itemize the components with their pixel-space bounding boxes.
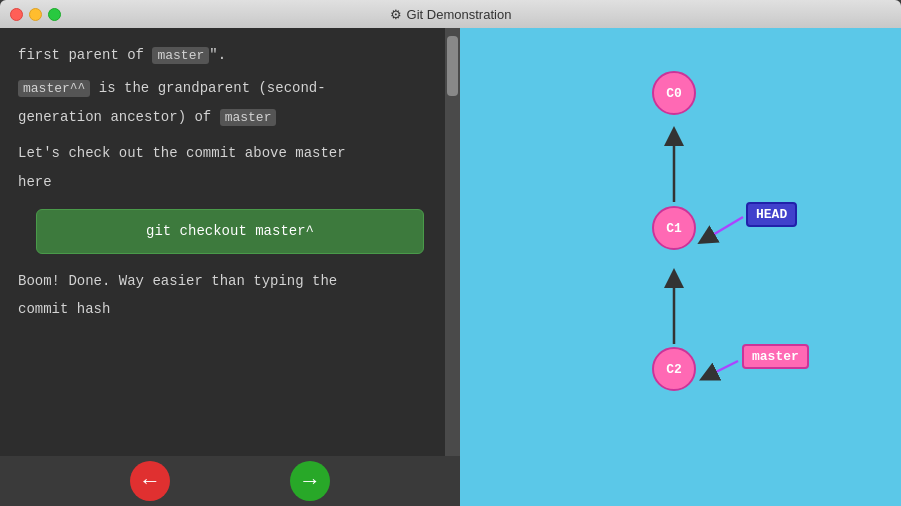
forward-button[interactable]: → [290,461,330,501]
git-label-head: HEAD [746,202,797,227]
text-grandparent: is the grandparent (second- [90,80,325,96]
git-label-head-text: HEAD [756,207,787,222]
line-commit-hash: commit hash [18,298,442,320]
back-button[interactable]: ← [130,461,170,501]
text-area: first parent of master". master^^ is the… [0,28,460,506]
gear-icon: ⚙ [390,7,402,22]
git-node-c1: C1 [652,206,696,250]
minimize-button[interactable] [29,8,42,21]
nav-area: ← → [0,456,460,506]
git-node-c1-label: C1 [666,221,682,236]
text-first-parent-pre: first parent of [18,47,152,63]
code-master-1: master [152,47,209,64]
title-bar-buttons [10,8,61,21]
text-here: here [18,174,52,190]
text-commit-hash: commit hash [18,301,110,317]
svg-line-2 [706,217,743,239]
code-master-hat-hat: master^^ [18,80,90,97]
command-text: git checkout master^ [146,223,314,239]
text-quote: ". [209,47,226,63]
git-node-c0: C0 [652,71,696,115]
text-generation: generation ancestor) of [18,109,220,125]
line-lets-checkout: Let's check out the commit above master [18,142,442,164]
scrollbar-track[interactable] [445,28,460,456]
line-generation: generation ancestor) of master [18,106,442,129]
maximize-button[interactable] [48,8,61,21]
line-boom: Boom! Done. Way easier than typing the [18,270,442,292]
main-content: first parent of master". master^^ is the… [0,28,901,506]
command-button[interactable]: git checkout master^ [36,209,424,253]
git-node-c0-label: C0 [666,86,682,101]
git-label-master: master [742,344,809,369]
text-lets-checkout: Let's check out the commit above master [18,145,346,161]
text-boom: Boom! Done. Way easier than typing the [18,273,337,289]
title-bar: ⚙Git Demonstration [0,0,901,28]
line-here: here [18,171,442,193]
git-label-master-text: master [752,349,799,364]
forward-arrow-icon: → [299,468,321,494]
git-node-c2: C2 [652,347,696,391]
window-title: ⚙Git Demonstration [390,7,512,22]
svg-line-3 [708,361,738,376]
line-first-parent: first parent of master". [18,44,442,67]
close-button[interactable] [10,8,23,21]
scrollbar-thumb[interactable] [447,36,458,96]
code-master-2: master [220,109,277,126]
diagram-panel: C0 C1 C2 HEAD master [460,28,901,506]
line-grandparent: master^^ is the grandparent (second- [18,77,442,100]
back-arrow-icon: ← [139,468,161,494]
git-node-c2-label: C2 [666,362,682,377]
left-panel: first parent of master". master^^ is the… [0,28,460,506]
